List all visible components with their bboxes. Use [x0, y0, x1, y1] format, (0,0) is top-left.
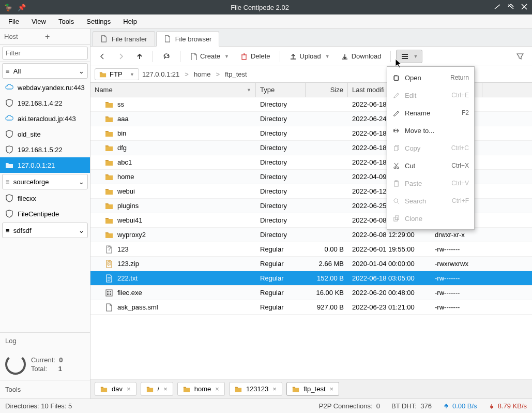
more-menu-button[interactable]: ▼	[396, 50, 422, 63]
file-date: 2022-06-18 03:05:00	[348, 274, 431, 282]
menu-view[interactable]: View	[26, 16, 51, 27]
close-tab-icon[interactable]: ×	[215, 385, 219, 393]
download-button[interactable]: Download	[337, 50, 386, 63]
tab-file-transfer[interactable]: File transfer	[93, 31, 155, 46]
host-item[interactable]: aki.teracloud.jp:443	[0, 111, 90, 126]
ctx-rename[interactable]: RenameF2	[387, 104, 474, 122]
table-row[interactable]: ?123Regular0.00 B2022-06-01 19:55:00-rw-…	[90, 242, 532, 257]
filter-button[interactable]	[512, 50, 528, 63]
host-item[interactable]: filecxx	[0, 190, 90, 206]
filter-input[interactable]	[2, 47, 88, 60]
shortcut: Return	[450, 74, 469, 81]
svg-rect-5	[110, 291, 111, 292]
delete-button[interactable]: Delete	[236, 50, 275, 63]
file-type: Directory	[256, 158, 306, 166]
close-tab-icon[interactable]: ×	[163, 385, 168, 393]
col-name[interactable]: Name▼	[90, 83, 256, 97]
file-type: Regular	[256, 289, 306, 297]
up-button[interactable]	[132, 50, 147, 63]
file-name: filec.exe	[117, 289, 142, 297]
group-all[interactable]: ≡ All ⌄	[2, 63, 88, 79]
search-icon	[392, 197, 400, 204]
table-row[interactable]: !123.zipRegular2.66 MB2020-01-04 00:00:0…	[90, 257, 532, 271]
file-perm: -rwxrwxrwx	[431, 260, 482, 268]
tools-label[interactable]: Tools	[0, 380, 90, 399]
shortcut: Ctrl+E	[451, 92, 469, 99]
host-label: aki.teracloud.jp:443	[18, 115, 76, 123]
location-tab[interactable]: dav×	[95, 382, 136, 396]
close-tab-icon[interactable]: ×	[330, 385, 334, 393]
log-label[interactable]: Log	[5, 337, 85, 345]
table-row[interactable]: wyproxy2Directory2022-06-08 12:29:00drwx…	[90, 228, 532, 242]
window-title: File Centipede 2.02	[26, 4, 494, 11]
table-row[interactable]: filec.exeRegular16.00 KB2022-06-20 00:48…	[90, 286, 532, 300]
host-item[interactable]: webdav.yandex.ru:443	[0, 80, 90, 95]
chevron-down-icon: ⌄	[79, 67, 84, 75]
upload-button[interactable]: Upload▼	[285, 50, 334, 63]
menu-tools[interactable]: Tools	[53, 16, 79, 27]
col-type[interactable]: Type	[256, 83, 306, 97]
close-tab-icon[interactable]: ×	[272, 385, 277, 393]
breadcrumb-segment[interactable]: ftp_test	[225, 70, 247, 78]
shortcut: Ctrl+F	[452, 197, 469, 204]
current-value: 0	[59, 356, 63, 364]
shortcut: Ctrl+C	[451, 144, 469, 152]
ctx-copy: CopyCtrl+C	[387, 139, 474, 157]
close-icon[interactable]	[521, 3, 528, 12]
add-host-icon[interactable]: +	[45, 32, 86, 41]
group-sdfsdf[interactable]: ≡ sdfsdf ⌄	[2, 223, 88, 238]
ctx-open[interactable]: OpenReturn	[387, 69, 474, 86]
minimize-icon[interactable]	[494, 3, 501, 12]
pin-icon[interactable]: 📌	[18, 4, 26, 11]
host-item[interactable]: old_site	[0, 126, 90, 142]
host-item[interactable]: FileCentipede	[0, 206, 90, 222]
refresh-button[interactable]	[158, 50, 175, 63]
file-type: Directory	[256, 173, 306, 181]
breadcrumb-segment[interactable]: 127.0.0.1:21	[142, 70, 179, 78]
file-name: plugins	[117, 202, 139, 210]
breadcrumb-segment[interactable]: home	[194, 70, 211, 78]
col-size[interactable]: Size	[306, 83, 348, 97]
close-tab-icon[interactable]: ×	[127, 385, 131, 393]
host-item[interactable]: 192.168.1.5:22	[0, 142, 90, 157]
create-button[interactable]: Create▼	[186, 50, 233, 63]
host-label: old_site	[18, 130, 41, 138]
back-button[interactable]	[95, 50, 110, 63]
filter-box	[0, 45, 90, 62]
host-label: Host	[4, 33, 45, 40]
group-all-label: All	[13, 67, 21, 75]
edit-icon	[392, 92, 400, 99]
tab-file-browser[interactable]: File browser	[156, 31, 220, 47]
file-date: 2020-01-04 00:00:00	[348, 260, 431, 268]
table-row[interactable]: 222.txtRegular152.00 B2022-06-18 03:05:0…	[90, 271, 532, 286]
menu-settings[interactable]: Settings	[81, 16, 116, 27]
host-item[interactable]: 127.0.0.1:21	[0, 157, 90, 173]
status-bar: Directories: 10 Files: 5 P2P Connections…	[0, 399, 532, 413]
forward-button[interactable]	[113, 50, 129, 63]
main-tabs: File transferFile browser	[90, 29, 532, 47]
maximize-icon[interactable]	[507, 3, 514, 12]
file-type: Directory	[256, 187, 306, 195]
breadcrumb: 127.0.0.1:21>home>ftp_test	[142, 70, 247, 78]
context-menu: OpenReturnEditCtrl+ERenameF2Move to...Co…	[387, 66, 475, 230]
p2p-stat: P2P Connections: 0	[319, 402, 380, 410]
ctx-move-to-[interactable]: Move to...	[387, 122, 474, 139]
ctx-cut[interactable]: CutCtrl+X	[387, 157, 474, 174]
host-label: 192.168.1.5:22	[18, 146, 63, 154]
menu-file[interactable]: File	[3, 16, 24, 27]
host-item[interactable]: 192.168.1.4:22	[0, 95, 90, 111]
scheme-select[interactable]: FTP ▼	[95, 68, 139, 80]
svg-point-10	[393, 167, 396, 169]
svg-rect-7	[110, 293, 111, 295]
ctx-edit: EditCtrl+E	[387, 86, 474, 104]
file-size: 16.00 KB	[306, 289, 348, 297]
location-tab[interactable]: home×	[177, 382, 225, 396]
location-tab[interactable]: ftp_test×	[286, 382, 339, 396]
table-row[interactable]: ask_pass.smlRegular927.00 B2022-06-23 01…	[90, 300, 532, 315]
file-name: dfg	[117, 144, 127, 152]
file-size: 0.00 B	[306, 245, 348, 253]
location-tab[interactable]: /×	[141, 382, 173, 396]
location-tab[interactable]: 123123×	[229, 382, 282, 396]
menu-help[interactable]: Help	[118, 16, 142, 27]
group-sourceforge[interactable]: ≡ sourceforge ⌄	[2, 174, 88, 189]
